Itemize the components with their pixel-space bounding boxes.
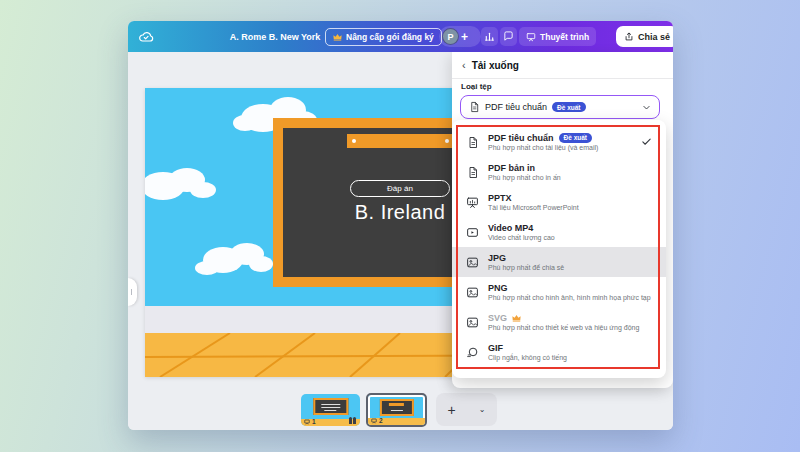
chevron-down-icon <box>642 103 651 112</box>
panel-divider <box>452 78 673 79</box>
user-avatar[interactable]: P <box>442 28 459 45</box>
share-label: Chia sẻ <box>638 32 670 42</box>
file-icon <box>465 166 480 179</box>
crown-icon <box>512 314 521 322</box>
gif-motion-icon <box>465 346 480 359</box>
back-chevron-icon[interactable]: ‹ <box>462 60 466 71</box>
document-title[interactable]: A. Rome B. New York <box>230 21 321 52</box>
pages-expand-button[interactable]: ⌄ <box>479 405 486 414</box>
banner-pin-left <box>352 139 356 143</box>
thumb1-board <box>313 398 348 415</box>
file-icon <box>469 101 480 113</box>
save-status-cloud-icon[interactable] <box>137 28 155 46</box>
panel-title: Tải xuống <box>472 60 519 71</box>
answer-pill-button[interactable]: Đáp án <box>350 180 450 197</box>
canva-app-window: A. Rome B. New York Nâng cấp gói đăng ký… <box>128 21 673 430</box>
share-icon <box>624 32 634 42</box>
chat-bubble-icon <box>503 31 514 42</box>
page-thumbnail-2-selected[interactable]: 2 <box>366 393 427 427</box>
upgrade-plan-button[interactable]: Nâng cấp gói đăng ký <box>325 28 442 46</box>
filetype-dropdown-menu: PDF tiêu chuẩn Đề xuất Phù hợp nhất cho … <box>452 120 666 378</box>
crown-icon <box>333 33 342 41</box>
answer-pill-label: Đáp án <box>387 184 413 193</box>
page-2-badge: 2 <box>371 417 383 424</box>
option-png[interactable]: PNG Phù hợp nhất cho hình ảnh, hình minh… <box>452 277 666 307</box>
option-jpg[interactable]: JPG Phù hợp nhất để chia sẻ <box>452 247 666 277</box>
image-icon <box>465 286 480 299</box>
add-member-button[interactable]: + <box>461 31 468 43</box>
option-pptx[interactable]: PPTX Tài liệu Microsoft PowerPoint <box>452 187 666 217</box>
insights-button[interactable] <box>481 27 498 46</box>
panel-header: ‹ Tải xuống <box>462 60 519 71</box>
recommended-badge: Đề xuất <box>559 133 592 143</box>
add-page-button[interactable]: + <box>448 403 456 417</box>
page-icon <box>304 419 310 425</box>
image-icon <box>465 316 480 329</box>
option-gif[interactable]: GIF Clip ngắn, không có tiếng <box>452 337 666 367</box>
comments-button[interactable] <box>500 27 517 46</box>
option-pdf-standard[interactable]: PDF tiêu chuẩn Đề xuất Phù hợp nhất cho … <box>452 127 666 157</box>
upgrade-label: Nâng cấp gói đăng ký <box>346 32 434 42</box>
check-icon <box>641 136 652 147</box>
option-svg-premium[interactable]: SVG Phù hợp nhất cho thiết kế web và hiệ… <box>452 307 666 337</box>
thumb1-characters <box>349 417 356 424</box>
page-1-number: 1 <box>312 418 316 425</box>
thumb2-board <box>379 399 413 416</box>
filetype-select[interactable]: PDF tiêu chuẩn Đề xuất <box>460 95 660 119</box>
bar-chart-icon <box>484 31 495 42</box>
video-icon <box>465 226 480 239</box>
share-button[interactable]: Chia sẻ <box>616 26 673 47</box>
presentation-screen-icon <box>526 32 536 42</box>
image-icon <box>465 256 480 269</box>
page-actions-group: + ⌄ <box>436 393 497 426</box>
file-icon <box>465 136 480 149</box>
page-2-number: 2 <box>379 417 383 424</box>
present-label: Thuyết trình <box>540 32 589 42</box>
filetype-selected-value: PDF tiêu chuẩn <box>485 102 547 112</box>
recommended-badge: Đề xuất <box>552 102 585 112</box>
option-video-mp4[interactable]: Video MP4 Video chất lượng cao <box>452 217 666 247</box>
option-pdf-print[interactable]: PDF bản in Phù hợp nhất cho in ấn <box>452 157 666 187</box>
filetype-label: Loại tệp <box>461 82 492 91</box>
sidebar-collapse-handle[interactable] <box>128 278 137 306</box>
page-icon <box>371 418 377 424</box>
page-thumbnail-1[interactable]: 1 <box>301 394 360 426</box>
banner-pin-right <box>445 139 449 143</box>
top-toolbar: A. Rome B. New York Nâng cấp gói đăng ký… <box>128 21 673 52</box>
present-button[interactable]: Thuyết trình <box>519 27 596 46</box>
page-1-badge: 1 <box>304 418 316 425</box>
presentation-icon <box>465 196 480 209</box>
collaborators-group: P + <box>439 26 481 47</box>
